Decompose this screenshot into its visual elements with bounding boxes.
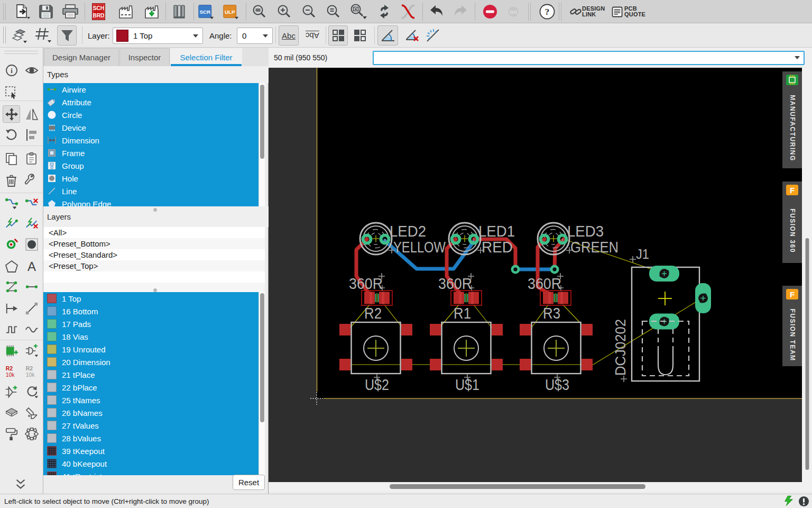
- svg-text:A: A: [27, 260, 36, 274]
- svg-text:ULP: ULP: [225, 9, 235, 15]
- svg-text:GO: GO: [510, 10, 517, 15]
- svg-text:DCJ0202: DCJ0202: [612, 319, 629, 376]
- svg-text:R3: R3: [543, 305, 560, 322]
- svg-text:360R: 360R: [438, 275, 472, 292]
- svg-text:GREEN: GREEN: [570, 239, 619, 256]
- svg-text:10k: 10k: [26, 372, 35, 378]
- svg-text:R2: R2: [26, 366, 33, 371]
- svg-text:R2: R2: [6, 366, 13, 371]
- svg-text:R1: R1: [454, 305, 471, 322]
- svg-text:J1: J1: [636, 246, 649, 262]
- svg-text:YELLOW: YELLOW: [393, 239, 446, 256]
- svg-text:360R: 360R: [528, 275, 561, 292]
- svg-text:U$2: U$2: [365, 376, 389, 393]
- svg-text:BRD: BRD: [93, 13, 104, 19]
- svg-text:LED3: LED3: [567, 223, 604, 240]
- svg-text:?: ?: [545, 7, 550, 17]
- svg-text:i: i: [11, 67, 13, 75]
- svg-text:R2: R2: [364, 305, 382, 322]
- svg-text:10k: 10k: [6, 372, 15, 378]
- svg-text:LED1: LED1: [478, 223, 515, 240]
- svg-text:U$1: U$1: [455, 376, 479, 393]
- svg-text:RED: RED: [482, 239, 513, 256]
- svg-text:SCR: SCR: [199, 9, 210, 15]
- svg-text:U$3: U$3: [545, 376, 569, 393]
- svg-text:LED2: LED2: [390, 223, 426, 240]
- svg-text:360R: 360R: [349, 275, 383, 292]
- svg-text:SCH: SCH: [93, 5, 104, 11]
